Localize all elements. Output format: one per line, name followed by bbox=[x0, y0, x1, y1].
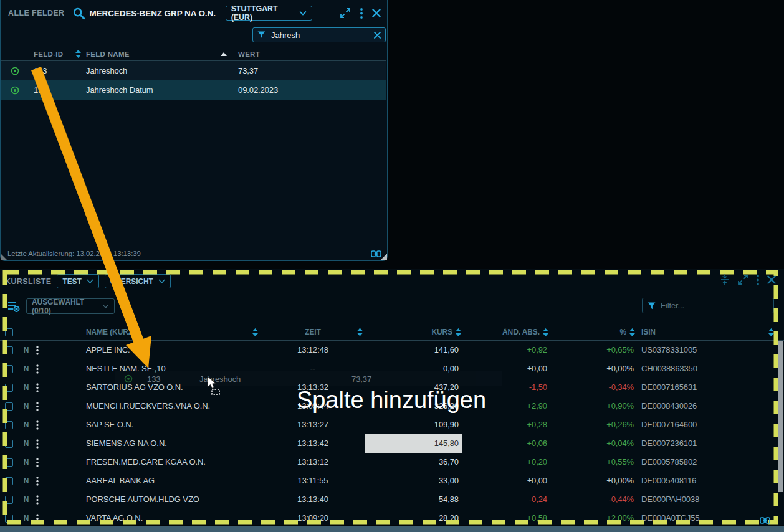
kurs-cell: 0,00 bbox=[365, 359, 462, 378]
sort-icon[interactable] bbox=[758, 328, 784, 336]
row-kebab-menu-icon[interactable] bbox=[34, 378, 86, 397]
link-channel-icon[interactable] bbox=[760, 517, 770, 524]
live-dot-icon bbox=[11, 86, 29, 95]
aend-abs-cell: +0,20 bbox=[462, 453, 550, 472]
kebab-menu-icon[interactable] bbox=[360, 8, 363, 19]
name-cell: SARTORIUS AG VZO O.N. bbox=[86, 378, 261, 397]
row-checkbox[interactable] bbox=[5, 477, 13, 485]
aend-abs-cell: +0,28 bbox=[462, 416, 550, 434]
chevron-down-icon bbox=[102, 304, 109, 308]
isin-cell: DE0007165631 bbox=[636, 378, 758, 397]
exchange-dropdown[interactable]: STUTTGART (EUR) bbox=[226, 6, 312, 21]
kurs-cell: 33,00 bbox=[365, 472, 462, 490]
kurs-cell: 36,70 bbox=[365, 453, 462, 472]
instrument-row[interactable]: N SIEMENS AG NA O.N. 13:13:42 145,80 +0,… bbox=[0, 434, 784, 453]
view-dropdown[interactable]: ÜBERSICHT bbox=[105, 274, 171, 288]
list-dropdown[interactable]: TEST bbox=[57, 274, 98, 288]
aend-abs-cell: +0,06 bbox=[462, 434, 550, 453]
row-checkbox[interactable] bbox=[5, 365, 13, 373]
sort-icon bbox=[629, 328, 635, 336]
row-kebab-menu-icon[interactable] bbox=[34, 472, 86, 490]
vertical-scrollbar[interactable] bbox=[778, 341, 783, 492]
instrument-row[interactable]: N SAP SE O.N. 13:13:27 109,90 +0,28 +0,2… bbox=[0, 416, 784, 434]
instrument-row[interactable]: N NESTLE NAM. SF-,10 -- 0,00 ±0,00 ±0,00… bbox=[0, 359, 784, 378]
row-checkbox[interactable] bbox=[5, 402, 13, 411]
add-to-list-icon[interactable] bbox=[7, 301, 20, 312]
pct-cell: +0,04% bbox=[550, 434, 636, 453]
instrument-row[interactable]: N AAREAL BANK AG 13:11:55 33,00 ±0,00 ±0… bbox=[0, 472, 784, 490]
row-checkbox[interactable] bbox=[5, 515, 13, 523]
column-header-aend-abs[interactable]: ÄND. ABS. bbox=[462, 328, 550, 336]
close-icon[interactable] bbox=[767, 275, 776, 284]
filter-funnel-icon bbox=[257, 31, 265, 39]
column-header-name[interactable]: NAME (KURZ) bbox=[86, 328, 261, 336]
instrument-name[interactable]: MERCEDES-BENZ GRP NA O.N. bbox=[90, 9, 216, 18]
clear-filter-icon[interactable] bbox=[374, 32, 381, 39]
row-kebab-menu-icon[interactable] bbox=[34, 416, 86, 434]
row-kebab-menu-icon[interactable] bbox=[34, 397, 86, 416]
panel-action-icons bbox=[340, 7, 381, 19]
row-checkbox[interactable] bbox=[5, 440, 13, 448]
row-kebab-menu-icon[interactable] bbox=[34, 434, 86, 453]
expand-icon[interactable] bbox=[737, 274, 748, 285]
pct-cell: +0,55% bbox=[550, 453, 636, 472]
row-checkbox[interactable] bbox=[5, 421, 13, 429]
instrument-row[interactable]: N VARTA AG O.N. 13:09:20 28,20 +0,58 +2,… bbox=[0, 509, 784, 523]
row-checkbox[interactable] bbox=[5, 496, 13, 504]
column-header-feld-id[interactable]: FELD-ID bbox=[29, 50, 86, 58]
instrument-row[interactable]: N FRESEN.MED.CARE KGAA O.N. 13:13:12 36,… bbox=[0, 453, 784, 472]
row-kebab-menu-icon[interactable] bbox=[34, 359, 86, 378]
name-cell: VARTA AG O.N. bbox=[86, 509, 261, 523]
collapse-icon[interactable] bbox=[720, 274, 729, 285]
name-cell: PORSCHE AUTOM.HLDG VZO bbox=[86, 490, 261, 509]
column-header-zeit[interactable]: ZEIT bbox=[261, 328, 365, 336]
alle-felder-panel: ALLE FELDER MERCEDES-BENZ GRP NA O.N. ST… bbox=[0, 0, 388, 261]
column-header-feld-name[interactable]: FELD NAME bbox=[86, 50, 233, 58]
field-row[interactable]: 134 Jahreshoch Datum 09.02.2023 bbox=[1, 80, 386, 100]
pct-cell: -0,34% bbox=[550, 378, 636, 397]
row-checkbox[interactable] bbox=[5, 384, 13, 392]
row-kebab-menu-icon[interactable] bbox=[34, 490, 86, 509]
pct-cell: ±0,00% bbox=[550, 359, 636, 378]
column-header-wert[interactable]: WERT bbox=[233, 50, 386, 58]
name-cell: AAREAL BANK AG bbox=[86, 472, 261, 490]
search-icon[interactable] bbox=[72, 7, 85, 20]
kebab-menu-icon[interactable] bbox=[757, 275, 759, 285]
field-id-cell: 134 bbox=[29, 85, 86, 95]
chevron-down-icon bbox=[158, 279, 165, 283]
bottom-window-edge bbox=[0, 526, 784, 532]
selected-dropdown[interactable]: AUSGEWÄHLT (0/10) bbox=[26, 298, 115, 314]
kurs-cell: 54,88 bbox=[365, 490, 462, 509]
isin-cell: US0378331005 bbox=[636, 341, 758, 359]
row-kebab-menu-icon[interactable] bbox=[34, 453, 86, 472]
aend-abs-cell: -0,24 bbox=[462, 490, 550, 509]
resize-handle[interactable] bbox=[380, 254, 387, 260]
kurs-cell: 145,80 bbox=[365, 434, 462, 453]
sort-icon bbox=[543, 328, 548, 336]
instrument-row[interactable]: N APPLE INC. 13:12:48 141,60 +0,92 +0,65… bbox=[0, 341, 784, 359]
zeit-cell: 13:13:27 bbox=[261, 416, 365, 434]
row-checkbox[interactable] bbox=[5, 458, 13, 467]
select-all-checkbox[interactable] bbox=[5, 328, 13, 336]
column-header-kurs[interactable]: KURS bbox=[365, 328, 462, 336]
news-flag: N bbox=[19, 509, 34, 523]
instrument-row[interactable]: N PORSCHE AUTOM.HLDG VZO 13:13:40 54,88 … bbox=[0, 490, 784, 509]
row-checkbox[interactable] bbox=[5, 346, 13, 354]
list-filter-input[interactable]: Filter... bbox=[661, 301, 684, 310]
field-name-cell: Jahreshoch Datum bbox=[86, 85, 233, 95]
field-filter-input[interactable] bbox=[270, 30, 366, 40]
field-row[interactable]: 133 Jahreshoch 73,37 bbox=[1, 61, 386, 80]
filter-funnel-icon bbox=[648, 302, 656, 310]
row-kebab-menu-icon[interactable] bbox=[34, 509, 86, 523]
column-header-isin[interactable]: ISIN bbox=[636, 328, 758, 336]
pct-cell: ±0,00% bbox=[550, 472, 636, 490]
isin-cell: CH0038863350 bbox=[636, 359, 758, 378]
kursliste-table-header: NAME (KURZ) ZEIT KURS ÄND. ABS. % ISIN bbox=[0, 324, 784, 341]
resize-handle[interactable] bbox=[1, 254, 7, 260]
panel-title: ALLE FELDER bbox=[8, 9, 65, 17]
zeit-cell: -- bbox=[261, 359, 365, 378]
column-header-pct[interactable]: % bbox=[550, 328, 636, 336]
expand-icon[interactable] bbox=[340, 7, 351, 19]
row-kebab-menu-icon[interactable] bbox=[34, 341, 86, 359]
close-icon[interactable] bbox=[372, 9, 381, 17]
